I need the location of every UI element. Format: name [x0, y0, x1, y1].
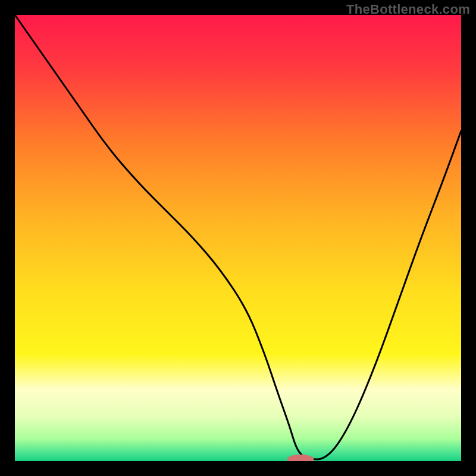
gradient-background [15, 15, 461, 461]
chart-svg [15, 15, 461, 461]
chart-frame: TheBottleneck.com [0, 0, 476, 476]
plot-area [15, 15, 461, 461]
